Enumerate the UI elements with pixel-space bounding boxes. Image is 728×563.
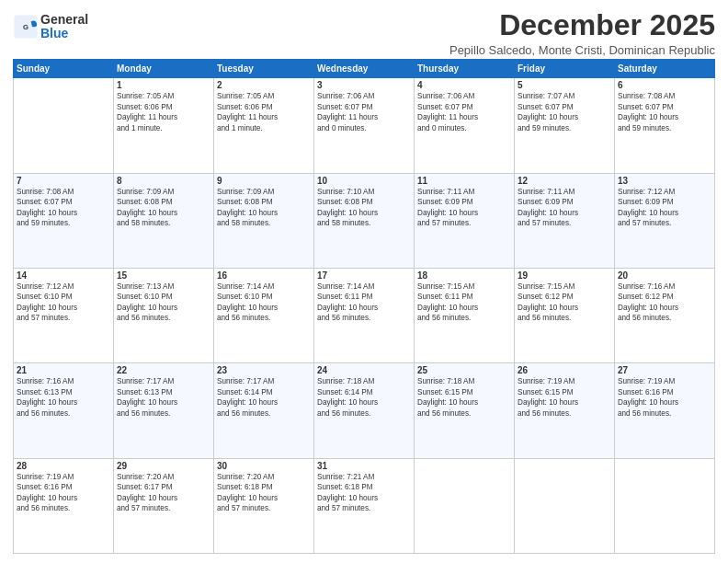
day-number: 9 <box>217 176 311 186</box>
day-cell: 23Sunrise: 7:17 AMSunset: 6:14 PMDayligh… <box>214 363 314 458</box>
day-info: Sunrise: 7:19 AMSunset: 6:16 PMDaylight:… <box>618 376 711 419</box>
day-number: 30 <box>217 461 311 471</box>
day-number: 27 <box>618 365 711 375</box>
col-header-saturday: Saturday <box>615 60 715 78</box>
svg-text:G: G <box>23 23 28 31</box>
day-cell: 24Sunrise: 7:18 AMSunset: 6:14 PMDayligh… <box>314 363 415 458</box>
day-cell: 27Sunrise: 7:19 AMSunset: 6:16 PMDayligh… <box>615 363 715 458</box>
logo-general: General <box>40 13 88 27</box>
day-info: Sunrise: 7:15 AMSunset: 6:12 PMDaylight:… <box>518 282 611 324</box>
day-number: 12 <box>518 176 611 186</box>
day-cell: 25Sunrise: 7:18 AMSunset: 6:15 PMDayligh… <box>415 363 515 458</box>
logo-blue: Blue <box>40 27 88 40</box>
title-section: December 2025 Pepillo Salcedo, Monte Cri… <box>449 9 715 57</box>
day-cell: 29Sunrise: 7:20 AMSunset: 6:17 PMDayligh… <box>114 458 214 553</box>
day-number: 24 <box>317 365 411 375</box>
day-number: 5 <box>518 80 611 90</box>
day-info: Sunrise: 7:16 AMSunset: 6:13 PMDaylight:… <box>17 376 110 419</box>
day-cell: 14Sunrise: 7:12 AMSunset: 6:10 PMDayligh… <box>14 268 114 362</box>
month-title: December 2025 <box>449 9 715 41</box>
day-number: 21 <box>17 365 110 375</box>
day-number: 13 <box>618 176 711 186</box>
day-info: Sunrise: 7:18 AMSunset: 6:15 PMDaylight:… <box>417 376 511 419</box>
day-cell: 11Sunrise: 7:11 AMSunset: 6:09 PMDayligh… <box>415 173 515 268</box>
day-number: 31 <box>317 461 411 471</box>
day-info: Sunrise: 7:07 AMSunset: 6:07 PMDaylight:… <box>518 91 611 133</box>
day-number: 15 <box>117 270 210 281</box>
day-cell: 19Sunrise: 7:15 AMSunset: 6:12 PMDayligh… <box>515 268 615 362</box>
day-info: Sunrise: 7:21 AMSunset: 6:18 PMDaylight:… <box>317 472 411 514</box>
day-cell <box>615 458 715 553</box>
day-info: Sunrise: 7:11 AMSunset: 6:09 PMDaylight:… <box>417 187 511 229</box>
day-info: Sunrise: 7:08 AMSunset: 6:07 PMDaylight:… <box>618 91 711 133</box>
day-info: Sunrise: 7:08 AMSunset: 6:07 PMDaylight:… <box>17 187 110 229</box>
day-cell: 21Sunrise: 7:16 AMSunset: 6:13 PMDayligh… <box>14 363 114 458</box>
col-header-friday: Friday <box>515 60 615 78</box>
day-info: Sunrise: 7:09 AMSunset: 6:08 PMDaylight:… <box>217 187 311 229</box>
day-cell: 30Sunrise: 7:20 AMSunset: 6:18 PMDayligh… <box>214 458 314 553</box>
day-info: Sunrise: 7:10 AMSunset: 6:08 PMDaylight:… <box>317 187 411 229</box>
day-info: Sunrise: 7:06 AMSunset: 6:07 PMDaylight:… <box>317 91 411 133</box>
day-info: Sunrise: 7:09 AMSunset: 6:08 PMDaylight:… <box>117 187 210 229</box>
day-number: 6 <box>618 80 711 90</box>
day-cell: 9Sunrise: 7:09 AMSunset: 6:08 PMDaylight… <box>214 173 314 268</box>
day-cell: 17Sunrise: 7:14 AMSunset: 6:11 PMDayligh… <box>314 268 415 362</box>
day-number: 3 <box>317 80 411 90</box>
day-cell: 31Sunrise: 7:21 AMSunset: 6:18 PMDayligh… <box>314 458 415 553</box>
day-number: 26 <box>518 365 611 375</box>
day-number: 10 <box>317 176 411 186</box>
day-cell <box>515 458 615 553</box>
week-row: 7Sunrise: 7:08 AMSunset: 6:07 PMDaylight… <box>14 173 715 268</box>
day-number: 7 <box>17 176 110 186</box>
day-cell: 13Sunrise: 7:12 AMSunset: 6:09 PMDayligh… <box>615 173 715 268</box>
day-cell: 4Sunrise: 7:06 AMSunset: 6:07 PMDaylight… <box>415 78 515 173</box>
day-cell: 18Sunrise: 7:15 AMSunset: 6:11 PMDayligh… <box>415 268 515 362</box>
day-info: Sunrise: 7:06 AMSunset: 6:07 PMDaylight:… <box>417 91 511 133</box>
day-cell: 28Sunrise: 7:19 AMSunset: 6:16 PMDayligh… <box>14 458 114 553</box>
header: G General Blue December 2025 Pepillo Sal… <box>13 9 715 57</box>
day-info: Sunrise: 7:17 AMSunset: 6:13 PMDaylight:… <box>117 376 210 419</box>
day-info: Sunrise: 7:20 AMSunset: 6:17 PMDaylight:… <box>117 472 210 514</box>
day-number: 18 <box>417 270 511 281</box>
col-header-monday: Monday <box>114 60 214 78</box>
header-row: SundayMondayTuesdayWednesdayThursdayFrid… <box>14 60 715 78</box>
day-cell: 20Sunrise: 7:16 AMSunset: 6:12 PMDayligh… <box>615 268 715 362</box>
calendar-table: SundayMondayTuesdayWednesdayThursdayFrid… <box>13 59 715 554</box>
day-number: 22 <box>117 365 210 375</box>
day-number: 23 <box>217 365 311 375</box>
calendar-page: G General Blue December 2025 Pepillo Sal… <box>0 0 728 563</box>
day-cell: 7Sunrise: 7:08 AMSunset: 6:07 PMDaylight… <box>14 173 114 268</box>
day-cell: 3Sunrise: 7:06 AMSunset: 6:07 PMDaylight… <box>314 78 415 173</box>
day-number: 14 <box>17 270 110 281</box>
day-number: 2 <box>217 80 311 90</box>
day-info: Sunrise: 7:19 AMSunset: 6:16 PMDaylight:… <box>17 472 110 514</box>
week-row: 1Sunrise: 7:05 AMSunset: 6:06 PMDaylight… <box>14 78 715 173</box>
day-cell: 10Sunrise: 7:10 AMSunset: 6:08 PMDayligh… <box>314 173 415 268</box>
day-number: 17 <box>317 270 411 281</box>
day-info: Sunrise: 7:11 AMSunset: 6:09 PMDaylight:… <box>518 187 611 229</box>
day-cell: 16Sunrise: 7:14 AMSunset: 6:10 PMDayligh… <box>214 268 314 362</box>
day-info: Sunrise: 7:19 AMSunset: 6:15 PMDaylight:… <box>518 376 611 419</box>
day-cell: 12Sunrise: 7:11 AMSunset: 6:09 PMDayligh… <box>515 173 615 268</box>
logo-icon: G <box>13 14 39 40</box>
day-cell: 15Sunrise: 7:13 AMSunset: 6:10 PMDayligh… <box>114 268 214 362</box>
day-cell: 1Sunrise: 7:05 AMSunset: 6:06 PMDaylight… <box>114 78 214 173</box>
week-row: 21Sunrise: 7:16 AMSunset: 6:13 PMDayligh… <box>14 363 715 458</box>
day-info: Sunrise: 7:14 AMSunset: 6:10 PMDaylight:… <box>217 282 311 324</box>
day-info: Sunrise: 7:05 AMSunset: 6:06 PMDaylight:… <box>117 91 210 133</box>
day-cell <box>14 78 114 173</box>
day-cell: 22Sunrise: 7:17 AMSunset: 6:13 PMDayligh… <box>114 363 214 458</box>
week-row: 14Sunrise: 7:12 AMSunset: 6:10 PMDayligh… <box>14 268 715 362</box>
day-number: 19 <box>518 270 611 281</box>
day-info: Sunrise: 7:16 AMSunset: 6:12 PMDaylight:… <box>618 282 711 324</box>
day-number: 29 <box>117 461 210 471</box>
day-info: Sunrise: 7:17 AMSunset: 6:14 PMDaylight:… <box>217 376 311 419</box>
col-header-sunday: Sunday <box>14 60 114 78</box>
day-info: Sunrise: 7:12 AMSunset: 6:10 PMDaylight:… <box>17 282 110 324</box>
day-info: Sunrise: 7:12 AMSunset: 6:09 PMDaylight:… <box>618 187 711 229</box>
day-number: 28 <box>17 461 110 471</box>
day-number: 16 <box>217 270 311 281</box>
location-title: Pepillo Salcedo, Monte Cristi, Dominican… <box>449 43 715 57</box>
week-row: 28Sunrise: 7:19 AMSunset: 6:16 PMDayligh… <box>14 458 715 553</box>
day-info: Sunrise: 7:13 AMSunset: 6:10 PMDaylight:… <box>117 282 210 324</box>
